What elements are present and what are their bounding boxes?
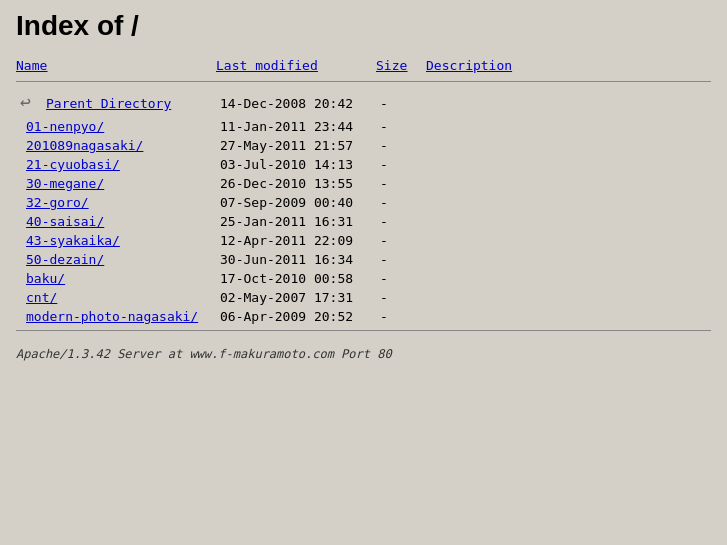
entry-link[interactable]: 01-nenpyo/ bbox=[26, 119, 104, 134]
entry-link[interactable]: 30-megane/ bbox=[26, 176, 104, 191]
entry-name-cell: modern-photo-nagasaki/ bbox=[16, 307, 216, 326]
entry-desc bbox=[426, 155, 711, 174]
directory-listing: Name Last modified Size Description ↩ Pa… bbox=[16, 58, 711, 335]
server-footer: Apache/1.3.42 Server at www.f-makuramoto… bbox=[16, 347, 711, 361]
entry-modified: 17-Oct-2010 00:58 bbox=[216, 269, 376, 288]
col-header-name[interactable]: Name bbox=[16, 58, 216, 77]
parent-size: - bbox=[376, 90, 426, 117]
table-row: 01-nenpyo/ 11-Jan-2011 23:44 - bbox=[16, 117, 711, 136]
entry-modified: 03-Jul-2010 14:13 bbox=[216, 155, 376, 174]
entry-size: - bbox=[376, 136, 426, 155]
entry-size: - bbox=[376, 307, 426, 326]
entry-size: - bbox=[376, 193, 426, 212]
table-row: cnt/ 02-May-2007 17:31 - bbox=[16, 288, 711, 307]
entry-name-cell: 201089nagasaki/ bbox=[16, 136, 216, 155]
entry-name-cell: baku/ bbox=[16, 269, 216, 288]
table-row: ↩ Parent Directory 14-Dec-2008 20:42 - bbox=[16, 90, 711, 117]
entry-modified: 25-Jan-2011 16:31 bbox=[216, 212, 376, 231]
entry-modified: 02-May-2007 17:31 bbox=[216, 288, 376, 307]
entry-desc bbox=[426, 250, 711, 269]
entry-link[interactable]: 21-cyuobasi/ bbox=[26, 157, 120, 172]
sort-name-link[interactable]: Name bbox=[16, 58, 47, 73]
entry-name-cell: 21-cyuobasi/ bbox=[16, 155, 216, 174]
entry-name-cell: 30-megane/ bbox=[16, 174, 216, 193]
entry-name-cell: 50-dezain/ bbox=[16, 250, 216, 269]
entry-size: - bbox=[376, 155, 426, 174]
table-row: 43-syakaika/ 12-Apr-2011 22:09 - bbox=[16, 231, 711, 250]
entry-link[interactable]: 40-saisai/ bbox=[26, 214, 104, 229]
table-row: 32-goro/ 07-Sep-2009 00:40 - bbox=[16, 193, 711, 212]
entry-size: - bbox=[376, 269, 426, 288]
entry-size: - bbox=[376, 250, 426, 269]
header-divider bbox=[16, 81, 711, 82]
entry-modified: 11-Jan-2011 23:44 bbox=[216, 117, 376, 136]
parent-desc bbox=[426, 90, 711, 117]
entry-desc bbox=[426, 212, 711, 231]
entry-link[interactable]: cnt/ bbox=[26, 290, 57, 305]
sort-modified-link[interactable]: Last modified bbox=[216, 58, 318, 73]
parent-icon: ↩ bbox=[20, 92, 40, 115]
entry-desc bbox=[426, 269, 711, 288]
entry-name-cell: 01-nenpyo/ bbox=[16, 117, 216, 136]
table-row: 30-megane/ 26-Dec-2010 13:55 - bbox=[16, 174, 711, 193]
entry-desc bbox=[426, 136, 711, 155]
table-row: 201089nagasaki/ 27-May-2011 21:57 - bbox=[16, 136, 711, 155]
col-header-size[interactable]: Size bbox=[376, 58, 426, 77]
entry-desc bbox=[426, 231, 711, 250]
entry-modified: 26-Dec-2010 13:55 bbox=[216, 174, 376, 193]
table-row: modern-photo-nagasaki/ 06-Apr-2009 20:52… bbox=[16, 307, 711, 326]
entry-size: - bbox=[376, 212, 426, 231]
entry-desc bbox=[426, 117, 711, 136]
entry-modified: 30-Jun-2011 16:34 bbox=[216, 250, 376, 269]
entry-link[interactable]: 201089nagasaki/ bbox=[26, 138, 143, 153]
parent-dir-link[interactable]: Parent Directory bbox=[46, 96, 171, 111]
entry-name-cell: cnt/ bbox=[16, 288, 216, 307]
parent-dir-cell: ↩ Parent Directory bbox=[16, 90, 216, 117]
entry-desc bbox=[426, 174, 711, 193]
col-header-modified[interactable]: Last modified bbox=[216, 58, 376, 77]
entry-link[interactable]: modern-photo-nagasaki/ bbox=[26, 309, 198, 324]
entry-link[interactable]: 50-dezain/ bbox=[26, 252, 104, 267]
entry-modified: 27-May-2011 21:57 bbox=[216, 136, 376, 155]
entry-link[interactable]: 32-goro/ bbox=[26, 195, 89, 210]
entry-modified: 06-Apr-2009 20:52 bbox=[216, 307, 376, 326]
table-row: 50-dezain/ 30-Jun-2011 16:34 - bbox=[16, 250, 711, 269]
svg-text:↩: ↩ bbox=[20, 92, 31, 112]
parent-modified: 14-Dec-2008 20:42 bbox=[216, 90, 376, 117]
entry-name-cell: 43-syakaika/ bbox=[16, 231, 216, 250]
entry-name-cell: 32-goro/ bbox=[16, 193, 216, 212]
table-row: baku/ 17-Oct-2010 00:58 - bbox=[16, 269, 711, 288]
entry-desc bbox=[426, 288, 711, 307]
table-row: 40-saisai/ 25-Jan-2011 16:31 - bbox=[16, 212, 711, 231]
entry-link[interactable]: 43-syakaika/ bbox=[26, 233, 120, 248]
entry-size: - bbox=[376, 231, 426, 250]
entry-link[interactable]: baku/ bbox=[26, 271, 65, 286]
entry-desc bbox=[426, 307, 711, 326]
entry-name-cell: 40-saisai/ bbox=[16, 212, 216, 231]
entry-size: - bbox=[376, 174, 426, 193]
entry-modified: 12-Apr-2011 22:09 bbox=[216, 231, 376, 250]
sort-size-link[interactable]: Size bbox=[376, 58, 407, 73]
col-header-description: Description bbox=[426, 58, 711, 77]
entry-size: - bbox=[376, 288, 426, 307]
entry-modified: 07-Sep-2009 00:40 bbox=[216, 193, 376, 212]
entry-desc bbox=[426, 193, 711, 212]
footer-divider bbox=[16, 330, 711, 331]
table-row: 21-cyuobasi/ 03-Jul-2010 14:13 - bbox=[16, 155, 711, 174]
entry-size: - bbox=[376, 117, 426, 136]
page-title: Index of / bbox=[16, 10, 711, 42]
